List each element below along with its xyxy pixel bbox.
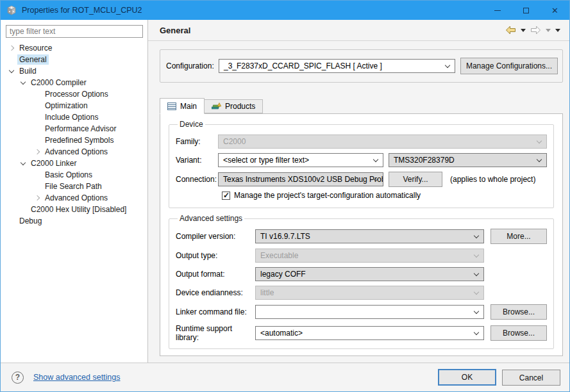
back-history-caret-icon[interactable] xyxy=(521,29,526,32)
chevron-down-icon xyxy=(474,252,479,257)
window-cube-icon xyxy=(6,5,17,15)
properties-dialog: Properties for ROT_MCLU_CPU2 ✕ Resource … xyxy=(0,0,570,392)
linker-command-file-label: Linker command file: xyxy=(176,307,255,316)
tree-item-processor-options[interactable]: Processor Options xyxy=(1,88,147,100)
properties-sidebar: Resource General Build C2000 Compiler Pr… xyxy=(1,20,148,363)
back-arrow-icon[interactable] xyxy=(505,26,516,35)
device-endianness-combobox: little xyxy=(255,286,484,300)
dialog-footer: ? Show advanced settings OK Cancel xyxy=(1,363,569,391)
family-label: Family: xyxy=(176,137,218,146)
chevron-collapsed-icon[interactable] xyxy=(33,147,43,157)
configuration-group: Configuration: _3_F2837xD_CCARD_SPIC_FLA… xyxy=(160,49,563,83)
products-stack-icon xyxy=(212,102,221,110)
window-title: Properties for ROT_MCLU_CPU2 xyxy=(22,6,142,15)
configuration-combobox[interactable]: _3_F2837xD_CCARD_SPIC_FLASH [ Active ] xyxy=(219,59,455,73)
connection-note: (applies to whole project) xyxy=(450,175,535,184)
chevron-down-icon xyxy=(474,271,479,276)
cancel-button[interactable]: Cancel xyxy=(502,370,560,386)
chevron-down-icon xyxy=(373,157,378,162)
filter-input[interactable] xyxy=(6,25,143,38)
minimize-button[interactable] xyxy=(483,1,512,20)
family-combobox: C2000 xyxy=(218,135,547,149)
forward-arrow-icon[interactable] xyxy=(530,26,541,35)
tree-item-optimization[interactable]: Optimization xyxy=(1,100,147,111)
device-endianness-label: Device endianness: xyxy=(176,288,255,297)
ok-button[interactable]: OK xyxy=(438,369,496,386)
tree-item-basic-options[interactable]: Basic Options xyxy=(1,169,147,181)
linker-browse-button[interactable]: Browse... xyxy=(490,304,547,320)
tree-item-compiler-advanced-options[interactable]: Advanced Options xyxy=(1,146,147,158)
view-menu-caret-icon[interactable] xyxy=(555,29,560,32)
chevron-down-icon xyxy=(474,330,479,335)
chevron-down-icon xyxy=(474,290,479,295)
device-group: Device Family: C2000 Variant: <select or… xyxy=(169,120,554,208)
tree-item-general[interactable]: General xyxy=(1,54,147,65)
tree-item-performance-advisor[interactable]: Performance Advisor xyxy=(1,123,147,135)
page-title: General xyxy=(160,26,190,35)
runtime-browse-button[interactable]: Browse... xyxy=(490,325,547,341)
chevron-down-icon xyxy=(445,63,450,68)
connection-combobox[interactable]: Texas Instruments XDS100v2 USB Debug Pro… xyxy=(218,172,383,186)
main-tab-content: Device Family: C2000 Variant: <select or… xyxy=(160,113,563,356)
output-type-label: Output type: xyxy=(176,251,255,260)
chevron-down-icon xyxy=(537,157,542,162)
help-icon[interactable]: ? xyxy=(12,372,24,384)
compiler-version-label: Compiler version: xyxy=(176,232,255,241)
verify-button[interactable]: Verify... xyxy=(389,172,442,187)
maximize-button[interactable] xyxy=(512,1,541,20)
tab-main[interactable]: Main xyxy=(160,98,205,114)
manage-configurations-button[interactable]: Manage Configurations... xyxy=(460,58,558,74)
titlebar: Properties for ROT_MCLU_CPU2 ✕ xyxy=(1,1,569,20)
manage-target-config-checkbox[interactable] xyxy=(222,192,230,200)
configuration-label: Configuration: xyxy=(166,61,219,70)
variant-combobox[interactable]: TMS320F28379D xyxy=(389,153,547,167)
tree-item-include-options[interactable]: Include Options xyxy=(1,111,147,123)
manage-target-config-label: Manage the project's target-configuratio… xyxy=(234,191,421,200)
tree-item-linker-advanced-options[interactable]: Advanced Options xyxy=(1,192,147,204)
tab-bar: Main Products xyxy=(160,97,569,113)
tree-item-c2000-linker[interactable]: C2000 Linker xyxy=(1,158,147,169)
chevron-down-icon xyxy=(537,138,542,143)
compiler-version-combobox[interactable]: TI v16.9.7.LTS xyxy=(255,229,484,243)
linker-command-file-combobox[interactable] xyxy=(255,305,484,319)
tree-item-build[interactable]: Build xyxy=(1,65,147,77)
close-button[interactable]: ✕ xyxy=(541,1,569,20)
chevron-expanded-icon[interactable] xyxy=(7,66,17,76)
chevron-collapsed-icon[interactable] xyxy=(33,193,43,203)
runtime-support-library-combobox[interactable]: <automatic> xyxy=(255,326,484,340)
chevron-expanded-icon[interactable] xyxy=(19,78,29,88)
tab-products[interactable]: Products xyxy=(205,99,263,113)
runtime-support-library-label: Runtime support library: xyxy=(176,324,255,342)
general-page: General Configuration: _3_F2837xD_CCA xyxy=(148,20,569,363)
advanced-settings-group: Advanced settings Compiler version: TI v… xyxy=(169,214,554,349)
chevron-down-icon xyxy=(474,309,479,314)
chevron-down-icon xyxy=(474,233,479,238)
output-format-combobox[interactable]: legacy COFF xyxy=(255,267,484,281)
properties-tree: Resource General Build C2000 Compiler Pr… xyxy=(1,42,147,227)
device-legend: Device xyxy=(178,120,205,129)
connection-label: Connection: xyxy=(176,175,218,184)
show-advanced-settings-link[interactable]: Show advanced settings xyxy=(33,373,121,382)
table-icon xyxy=(167,102,176,110)
more-button[interactable]: More... xyxy=(490,229,547,244)
output-type-combobox: Executable xyxy=(255,249,484,263)
tree-item-c2000-hex-utility[interactable]: C2000 Hex Utility [Disabled] xyxy=(1,204,147,215)
forward-history-caret-icon[interactable] xyxy=(546,29,551,32)
output-format-label: Output format: xyxy=(176,270,255,279)
tree-item-predefined-symbols[interactable]: Predefined Symbols xyxy=(1,135,147,146)
variant-filter-combobox[interactable]: <select or type filter text> xyxy=(218,153,383,167)
tree-item-resource[interactable]: Resource xyxy=(1,42,147,54)
tree-item-debug[interactable]: Debug xyxy=(1,215,147,227)
advanced-settings-legend: Advanced settings xyxy=(178,214,244,223)
variant-label: Variant: xyxy=(176,156,218,165)
tree-item-file-search-path[interactable]: File Search Path xyxy=(1,181,147,192)
chevron-collapsed-icon[interactable] xyxy=(7,43,17,53)
chevron-expanded-icon[interactable] xyxy=(19,158,29,168)
tree-item-c2000-compiler[interactable]: C2000 Compiler xyxy=(1,77,147,88)
